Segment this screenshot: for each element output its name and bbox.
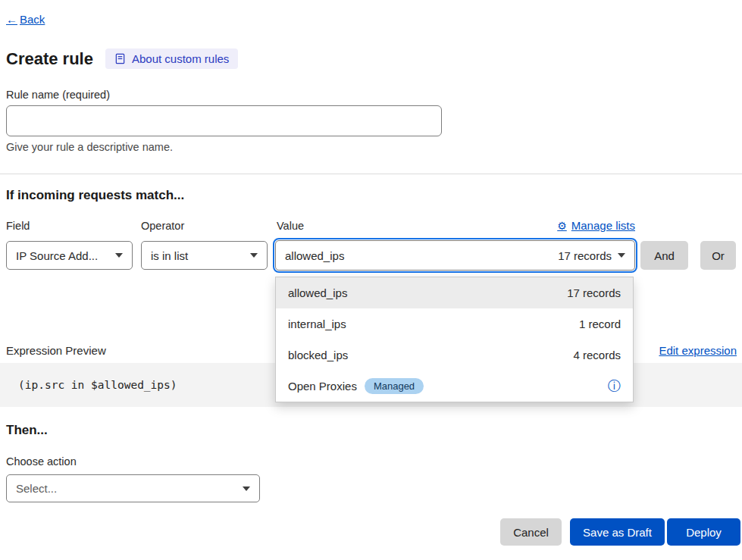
info-icon[interactable]: ⓘ: [608, 380, 621, 393]
value-select-meta: 17 records: [558, 249, 612, 262]
about-label: About custom rules: [132, 52, 229, 65]
book-icon: [114, 53, 126, 64]
action-select[interactable]: Select...: [6, 474, 260, 502]
about-custom-rules-link[interactable]: About custom rules: [105, 48, 238, 69]
manage-lists-label: Manage lists: [571, 219, 635, 232]
title-row: Create rule About custom rules: [6, 48, 238, 69]
value-column-label: Value: [277, 220, 304, 232]
back-link[interactable]: ← Back: [6, 13, 45, 26]
or-button[interactable]: Or: [700, 241, 736, 270]
chevron-down-icon: [115, 253, 123, 258]
chevron-down-icon: [250, 253, 258, 258]
field-column-label: Field: [6, 220, 30, 232]
list-option-meta: 4 records: [573, 349, 621, 361]
section-divider: [0, 174, 742, 174]
list-option-name: blocked_ips: [288, 349, 348, 361]
list-option-name: Open Proxies: [288, 380, 357, 393]
list-option-meta: 17 records: [567, 286, 621, 299]
and-button[interactable]: And: [640, 241, 688, 270]
list-option-name: internal_ips: [288, 318, 346, 330]
edit-expression-link[interactable]: Edit expression: [659, 344, 737, 357]
save-as-draft-button[interactable]: Save as Draft: [570, 518, 665, 546]
chevron-down-icon: [618, 253, 625, 258]
chevron-down-icon: [243, 486, 250, 491]
choose-action-label: Choose action: [6, 455, 77, 468]
then-section-heading: Then...: [6, 423, 48, 438]
back-label: Back: [20, 13, 45, 26]
list-option-allowed-ips[interactable]: allowed_ips 17 records: [276, 277, 633, 308]
list-option-name: allowed_ips: [288, 286, 347, 299]
deploy-button[interactable]: Deploy: [667, 518, 740, 546]
back-arrow-icon: ←: [6, 13, 17, 26]
manage-lists-link[interactable]: ⚙ Manage lists: [557, 219, 635, 232]
create-rule-page: ← Back Create rule About custom rules Ru…: [0, 0, 742, 560]
list-option-blocked-ips[interactable]: blocked_ips 4 records: [276, 339, 633, 371]
cancel-button[interactable]: Cancel: [500, 518, 562, 546]
rule-name-label: Rule name (required): [6, 89, 110, 101]
action-select-placeholder: Select...: [16, 482, 236, 495]
gear-icon: ⚙: [557, 220, 567, 232]
field-select[interactable]: IP Source Add...: [6, 241, 133, 270]
operator-column-label: Operator: [141, 220, 184, 232]
page-title: Create rule: [6, 49, 93, 69]
field-select-value: IP Source Add...: [16, 249, 109, 262]
value-select[interactable]: allowed_ips 17 records: [275, 240, 635, 271]
list-option-meta: 1 record: [579, 318, 621, 330]
list-options-dropdown: allowed_ips 17 records internal_ips 1 re…: [275, 277, 634, 402]
managed-badge: Managed: [365, 378, 424, 394]
operator-select[interactable]: is in list: [141, 241, 268, 270]
operator-select-value: is in list: [151, 249, 244, 262]
rule-name-input[interactable]: [6, 105, 442, 136]
expression-code: (ip.src in $allowed_ips): [18, 379, 177, 391]
rule-name-help-text: Give your rule a descriptive name.: [6, 141, 173, 153]
match-section-heading: If incoming requests match...: [6, 188, 184, 203]
list-option-internal-ips[interactable]: internal_ips 1 record: [276, 308, 633, 339]
value-select-name: allowed_ips: [285, 249, 344, 262]
expression-preview-label: Expression Preview: [6, 344, 106, 357]
list-option-open-proxies[interactable]: Open Proxies Managed ⓘ: [276, 371, 633, 402]
